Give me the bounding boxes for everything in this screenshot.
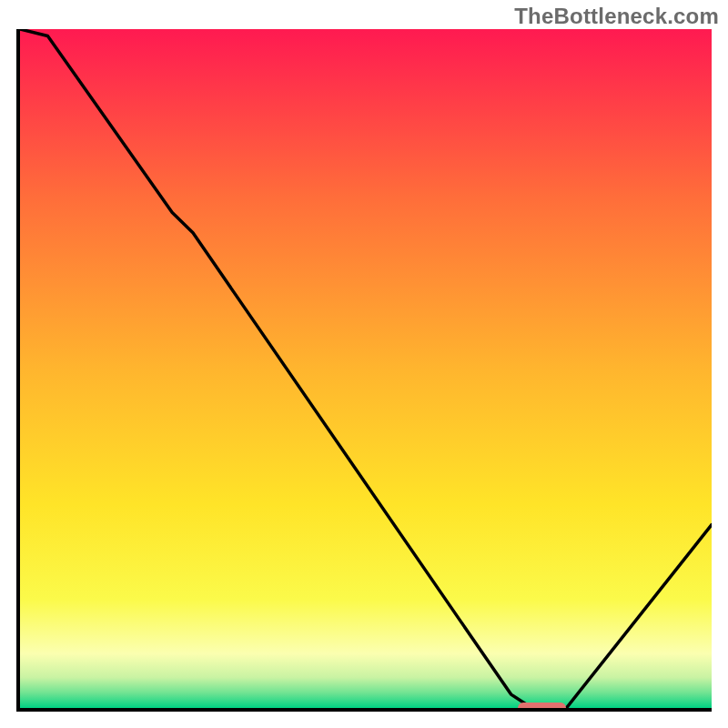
- plot-area: [16, 29, 712, 712]
- watermark-text: TheBottleneck.com: [514, 4, 719, 29]
- chart-canvas: TheBottleneck.com: [0, 0, 728, 728]
- bottleneck-curve: [20, 29, 712, 708]
- optimal-marker: [518, 703, 566, 712]
